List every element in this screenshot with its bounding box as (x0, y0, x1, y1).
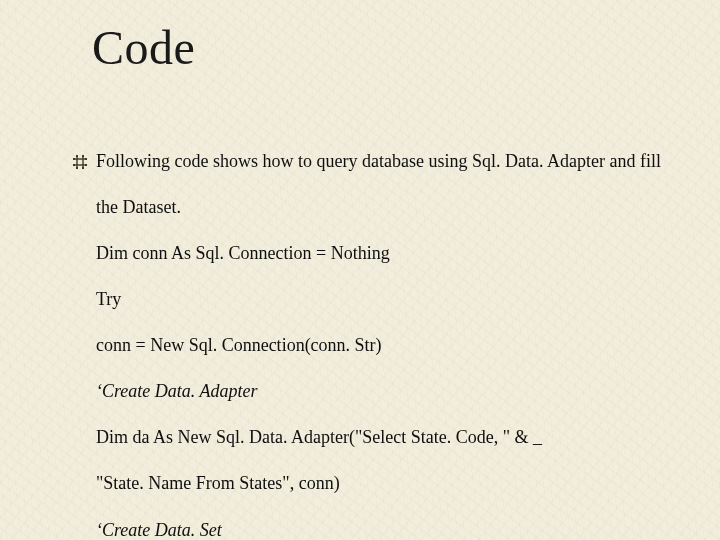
svg-rect-5 (85, 158, 87, 160)
code-line: the Dataset. (96, 196, 680, 219)
svg-rect-10 (76, 167, 78, 169)
code-comment: ‘Create Data. Set (96, 519, 680, 541)
code-comment: ‘Create Data. Adapter (96, 380, 680, 403)
code-line: conn = New Sql. Connection(conn. Str) (96, 334, 680, 357)
code-line: Dim da As New Sql. Data. Adapter("Select… (96, 426, 680, 449)
code-line: Try (96, 288, 680, 311)
svg-rect-7 (85, 164, 87, 166)
code-block: the Dataset. Dim conn As Sql. Connection… (96, 173, 680, 540)
slide-title: Code (92, 20, 195, 75)
code-line: "State. Name From States", conn) (96, 472, 680, 495)
svg-rect-11 (82, 167, 84, 169)
code-line: Dim conn As Sql. Connection = Nothing (96, 242, 680, 265)
bullet-item: Following code shows how to query databa… (72, 150, 680, 173)
svg-rect-6 (73, 164, 75, 166)
svg-rect-9 (82, 155, 84, 157)
slide: Code (0, 0, 720, 540)
hash-bullet-icon (72, 154, 88, 170)
intro-line: Following code shows how to query databa… (96, 150, 661, 173)
svg-rect-8 (76, 155, 78, 157)
svg-rect-4 (73, 158, 75, 160)
slide-body: Following code shows how to query databa… (72, 150, 680, 540)
